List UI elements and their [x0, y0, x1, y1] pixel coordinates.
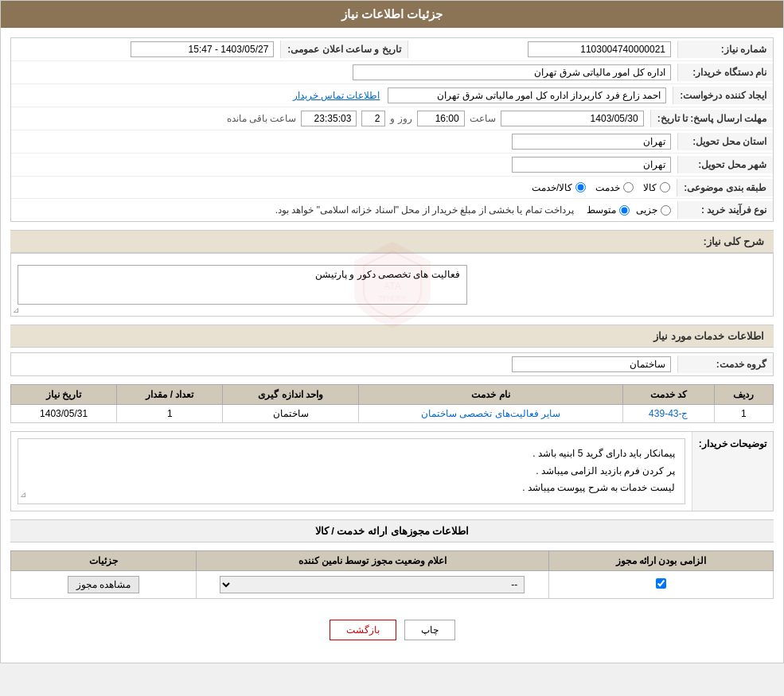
shomara-value: 1103004740000021	[408, 38, 677, 60]
page-wrapper: جزئیات اطلاعات نیاز شماره نیاز: 11030047…	[0, 0, 784, 663]
saat-label: ساعت	[470, 113, 496, 124]
content-area: شماره نیاز: 1103004740000021 تاریخ و ساع…	[1, 28, 783, 663]
tawzihat-box: پیمانکار باید دارای گرید 5 ابنیه باشد .پ…	[18, 438, 685, 504]
tawzihat-line: پیمانکار باید دارای گرید 5 ابنیه باشد .	[28, 445, 675, 463]
td-radif: 1	[714, 405, 773, 423]
ettelaat-link[interactable]: اطلاعات تماس خریدار	[293, 90, 380, 101]
td-nam: سایر فعالیت‌های تخصصی ساختمان	[358, 405, 622, 423]
th-elzam: الزامی بودن ارائه مجوز	[548, 550, 773, 570]
radio-jozi[interactable]: جزیی	[636, 204, 671, 216]
print-button[interactable]: چاپ	[404, 620, 455, 640]
th-nam: نام خدمت	[358, 385, 622, 405]
farayand-value: جزیی متوسط پرداخت تمام یا بخشی از مبلغ خ…	[11, 201, 677, 219]
radio-motovaset-input[interactable]	[619, 205, 630, 216]
group-khedmat-section: گروه خدمت: ساختمان	[10, 352, 774, 376]
tarikh-value: 1403/05/27 - 15:47	[11, 38, 280, 60]
table-row: 1ج-43-439سایر فعالیت‌های تخصصی ساختمانسا…	[11, 405, 774, 423]
tawzihat-line: پر کردن فرم بازدید الزامی میباشد .	[28, 463, 675, 480]
tarikh-label: تاریخ و ساعت اعلان عمومی:	[280, 41, 408, 58]
mohlat-value: 1403/05/30 ساعت 16:00 روز و 2 23:35:03 س…	[11, 107, 650, 130]
baqi-label: ساعت باقی مانده	[227, 113, 297, 124]
khedmat-table: ردیف کد خدمت نام خدمت واحد اندازه گیری ت…	[10, 384, 774, 423]
tawzihat-line: لیست خدمات به شرح پیوست میباشد .	[28, 480, 675, 497]
sharh-container: ATA TENDER فعالیت های تخصصی دکور و پارتی…	[10, 253, 774, 317]
shahr-label: شهر محل تحویل:	[677, 156, 773, 173]
radio-khedmat-input[interactable]	[623, 182, 634, 192]
ejad-box: احمد زارع فرد کاربرداز اداره کل امور مال…	[388, 87, 666, 103]
radio-kala-khedmat[interactable]: کالا/خدمت	[532, 182, 586, 193]
th-elam: اعلام وضعیت مجوز توسط نامین کننده	[197, 550, 548, 570]
farayand-label: نوع فرآیند خرید :	[677, 201, 773, 219]
nam-dastgah-value: اداره کل امور مالیاتی شرق تهران	[11, 61, 677, 84]
majoz-title: اطلاعات مجوزهای ارائه خدمت / کالا	[10, 519, 774, 542]
ejad-label: ایجاد کننده درخواست:	[673, 87, 773, 104]
watermark-logo: ATA TENDER	[345, 237, 440, 332]
khedmat-table-section: ردیف کد خدمت نام خدمت واحد اندازه گیری ت…	[10, 384, 774, 423]
mohlat-saat-box: 16:00	[417, 111, 465, 126]
radio-kala-label: کالا	[643, 182, 657, 193]
radio-motovaset-label: متوسط	[587, 204, 616, 216]
row-ostan: استان محل تحویل: تهران	[11, 130, 773, 154]
row-mohlat: مهلت ارسال پاسخ: تا تاریخ: 1403/05/30 سا…	[11, 107, 773, 130]
th-kod: کد خدمت	[622, 385, 714, 405]
td-tarikh: 1403/05/31	[11, 405, 117, 423]
radio-kala-khedmat-input[interactable]	[575, 182, 586, 192]
majoz-section: الزامی بودن ارائه مجوز اعلام وضعیت مجوز …	[10, 550, 774, 599]
th-joziyat: جزئیات	[11, 550, 197, 570]
elzam-checkbox[interactable]	[656, 578, 666, 589]
td-kod: ج-43-439	[622, 405, 714, 423]
shahr-box: تهران	[512, 157, 671, 173]
row-tabaqe: طبقه بندی موضوعی: کالا خدمت	[11, 177, 773, 199]
footer-buttons: چاپ بازگشت	[10, 607, 774, 653]
radio-motovaset[interactable]: متوسط	[587, 204, 630, 216]
svg-text:TENDER: TENDER	[378, 294, 406, 302]
radio-kala-input[interactable]	[660, 182, 670, 192]
group-khedmat-label: گروه خدمت:	[677, 356, 773, 373]
th-radif: ردیف	[714, 385, 773, 405]
farayand-desc: پرداخت تمام یا بخشی از مبلغ خریدار از مح…	[275, 204, 574, 216]
rooz-label: روز و	[390, 113, 412, 124]
elam-dropdown[interactable]: --	[220, 576, 525, 593]
view-majoz-button[interactable]: مشاهده مجوز	[68, 576, 139, 593]
th-tarikh: تاریخ نیاز	[11, 385, 117, 405]
tawzihat-label: توضیحات خریدار:	[692, 432, 773, 511]
th-vahed: واحد اندازه گیری	[223, 385, 359, 405]
radio-kala-khedmat-label: کالا/خدمت	[532, 182, 572, 193]
radio-jozi-input[interactable]	[661, 205, 671, 216]
row-nam-dastgah: نام دستگاه خریدار: اداره کل امور مالیاتی…	[11, 61, 773, 84]
page-title: جزئیات اطلاعات نیاز	[341, 7, 443, 21]
radio-kala[interactable]: کالا	[643, 182, 670, 193]
ostan-value: تهران	[11, 130, 677, 153]
main-info-section: شماره نیاز: 1103004740000021 تاریخ و ساع…	[10, 37, 774, 222]
tawzihat-row: توضیحات خریدار: پیمانکار باید دارای گرید…	[10, 431, 774, 511]
row-ejad: ایجاد کننده درخواست: احمد زارع فرد کاربر…	[11, 84, 773, 107]
tabaqe-label: طبقه بندی موضوعی:	[677, 179, 773, 196]
tawzihat-value: پیمانکار باید دارای گرید 5 ابنیه باشد .پ…	[11, 432, 692, 511]
td-elam: --	[197, 570, 548, 598]
nam-dastgah-box: اداره کل امور مالیاتی شرق تهران	[353, 64, 671, 80]
shomara-label: شماره نیاز:	[677, 41, 773, 58]
mohlat-rooz-box: 2	[361, 111, 385, 126]
resize-corner: ⊿	[20, 488, 26, 502]
td-vahed: ساختمان	[223, 405, 359, 423]
ejad-value: احمد زارع فرد کاربرداز اداره کل امور مال…	[11, 84, 673, 107]
mohlat-baqi-box: 23:35:03	[301, 111, 357, 126]
svg-text:ATA: ATA	[384, 281, 401, 292]
ostan-box: تهران	[512, 134, 671, 150]
td-tedad: 1	[117, 405, 223, 423]
row-shahr: شهر محل تحویل: تهران	[11, 154, 773, 177]
shomara-box: 1103004740000021	[528, 41, 671, 57]
group-khedmat-box: ساختمان	[512, 356, 671, 372]
radio-jozi-label: جزیی	[636, 204, 657, 216]
td-joziyat: مشاهده مجوز	[11, 570, 197, 598]
td-elzam	[548, 570, 773, 598]
ostan-label: استان محل تحویل:	[677, 133, 773, 150]
nam-dastgah-label: نام دستگاه خریدار:	[677, 64, 773, 81]
back-button[interactable]: بازگشت	[330, 620, 396, 640]
radio-khedmat[interactable]: خدمت	[595, 182, 634, 193]
mohlat-label: مهلت ارسال پاسخ: تا تاریخ:	[650, 110, 773, 127]
resize-icon: ⊿	[13, 305, 19, 314]
page-header: جزئیات اطلاعات نیاز	[1, 1, 783, 28]
radio-khedmat-label: خدمت	[595, 182, 620, 193]
row-farayand: نوع فرآیند خرید : جزیی متوسط پرداخت تمام…	[11, 199, 773, 221]
